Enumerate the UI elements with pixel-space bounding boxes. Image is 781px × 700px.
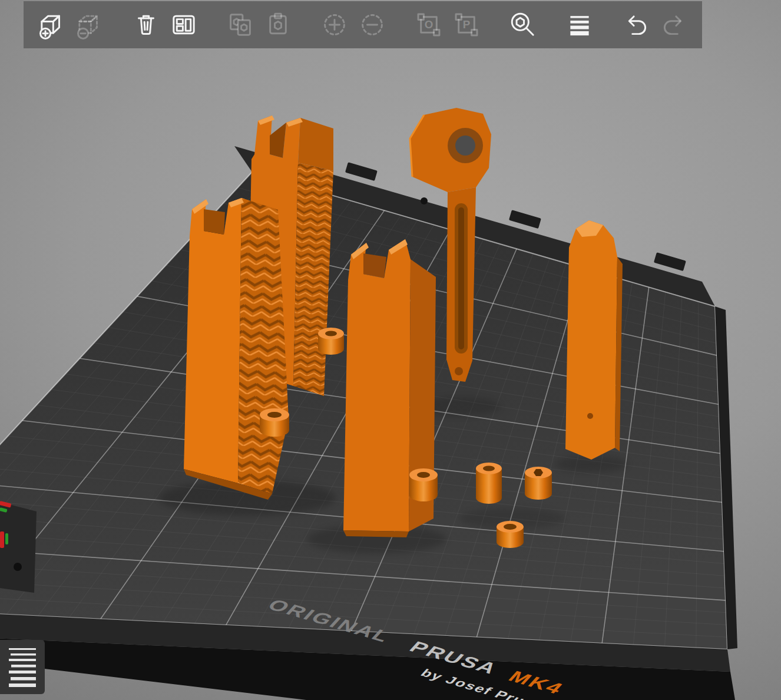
layers-icon (565, 10, 594, 39)
undo-button[interactable] (620, 6, 653, 44)
viewport-3d[interactable]: ORIGINAL PRUSA MK4 by Josef Prusa (0, 0, 781, 700)
model-spacer-ring-3[interactable] (497, 521, 524, 548)
toolbar-group-object (35, 6, 106, 44)
split-parts-glyph: P (463, 18, 471, 31)
search-button[interactable] (507, 6, 540, 44)
slicer-window: ORIGINAL PRUSA MK4 by Josef Prusa (0, 0, 781, 700)
split-objects-glyph: O (425, 18, 433, 31)
add-object-icon (37, 10, 67, 39)
remove-instance-icon (358, 10, 387, 39)
copy-icon (226, 10, 255, 39)
toolbar-group-search (507, 6, 540, 44)
split-parts-button[interactable]: P (450, 6, 483, 44)
redo-button[interactable] (657, 6, 690, 44)
delete-all-button[interactable] (130, 6, 163, 44)
top-toolbar: O P (24, 1, 702, 48)
layer-stack-icon (5, 646, 39, 688)
layer-height-legend[interactable] (0, 640, 45, 694)
toolbar-group-bed (130, 6, 200, 44)
toolbar-group-instances (318, 6, 389, 44)
split-parts-icon: P (452, 10, 481, 39)
remove-instance-button[interactable] (356, 6, 389, 44)
split-objects-icon: O (414, 10, 444, 39)
model-spacer-cylinder-2[interactable] (525, 467, 552, 500)
add-instance-icon (320, 10, 349, 39)
undo-icon (621, 10, 651, 39)
model-spacer-ring-2[interactable] (409, 468, 438, 501)
model-side-plate[interactable] (565, 220, 623, 460)
toolbar-group-clipboard (224, 6, 294, 44)
copy-button[interactable] (224, 6, 257, 44)
arrange-button[interactable] (167, 6, 200, 44)
delete-object-button[interactable] (73, 6, 106, 44)
toolbar-group-layers (563, 6, 596, 44)
toolbar-group-history (620, 6, 690, 44)
model-spacer-cylinder-1[interactable] (476, 463, 502, 504)
model-spacer-ring-4[interactable] (318, 328, 344, 355)
search-icon (508, 10, 538, 39)
paste-icon (263, 10, 293, 39)
split-objects-button[interactable]: O (412, 6, 445, 44)
model-spacer-ring-1[interactable] (260, 408, 289, 437)
delete-object-icon (75, 10, 104, 39)
add-object-button[interactable] (35, 6, 68, 44)
trash-icon (131, 10, 161, 39)
variable-layer-height-button[interactable] (563, 6, 596, 44)
model-fork-bracket-left[interactable] (184, 198, 289, 500)
toolbar-group-split: O P (412, 6, 483, 44)
add-instance-button[interactable] (318, 6, 351, 44)
paste-button[interactable] (262, 6, 294, 44)
redo-icon (659, 10, 689, 39)
arrange-icon (169, 10, 198, 39)
